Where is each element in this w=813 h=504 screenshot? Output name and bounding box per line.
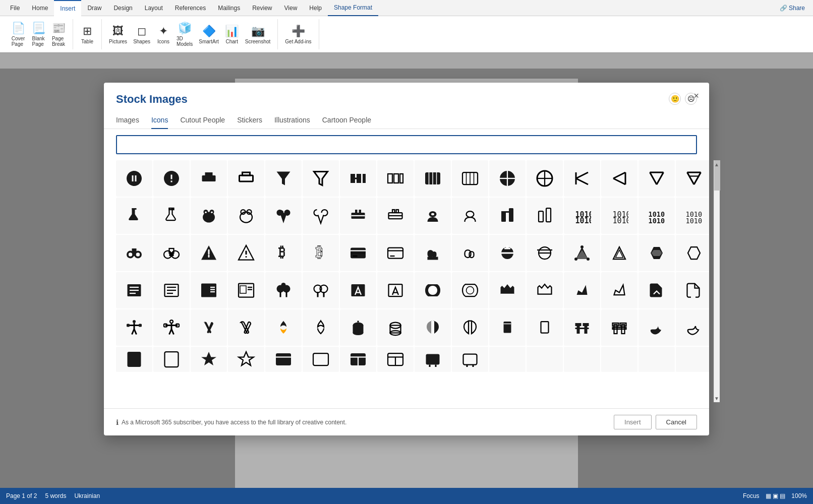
list-item[interactable] [116,272,152,308]
list-item[interactable] [228,235,264,271]
list-item[interactable] [415,347,451,372]
list-item[interactable] [191,347,227,372]
list-item[interactable] [638,235,675,271]
list-item[interactable] [303,160,339,197]
list-item[interactable] [489,198,526,234]
smartart-btn[interactable]: 🔷 SmartArt [196,23,221,46]
modal-close-button[interactable]: × [689,89,703,103]
shapes-btn[interactable]: ◻ Shapes [130,23,153,46]
list-item[interactable] [452,309,488,346]
list-item[interactable]: ₿ [265,235,302,271]
list-item[interactable] [676,160,709,197]
list-item[interactable] [377,272,414,308]
list-item[interactable] [116,347,152,372]
getaddins-btn[interactable]: ➕ Get Add-ins [282,23,314,46]
list-item[interactable] [303,272,339,308]
list-item[interactable]: 10101010 [638,198,675,234]
list-item[interactable] [489,160,526,197]
tab-illustrations[interactable]: Illustrations [274,112,310,129]
list-item[interactable] [265,309,302,346]
list-item[interactable] [415,198,451,234]
list-item[interactable] [676,235,709,271]
tab-view[interactable]: View [278,0,304,16]
list-item[interactable] [228,309,264,346]
tab-home[interactable]: Home [26,0,54,16]
list-item[interactable] [564,160,600,197]
list-item[interactable] [452,235,488,271]
list-item[interactable] [303,198,339,234]
list-item[interactable] [601,235,637,271]
page-break-btn[interactable]: 📰 PageBreak [48,20,69,49]
list-item[interactable] [527,235,563,271]
smiley-happy-icon[interactable]: 🙂 [669,93,681,105]
list-item[interactable]: ₿ [303,235,339,271]
tab-layout[interactable]: Layout [139,0,169,16]
list-item[interactable] [489,235,526,271]
list-item[interactable] [676,272,709,308]
list-item[interactable] [377,198,414,234]
list-item[interactable] [303,309,339,346]
blank-page-btn[interactable]: 📃 BlankPage [28,20,48,49]
list-item[interactable] [153,160,190,197]
list-item[interactable] [153,309,190,346]
tab-icons[interactable]: Icons [151,112,168,129]
list-item[interactable] [638,347,675,372]
list-item[interactable] [564,235,600,271]
list-item[interactable] [191,198,227,234]
tab-shape-format[interactable]: Shape Format [328,0,378,16]
list-item[interactable] [228,272,264,308]
list-item[interactable] [340,272,376,308]
list-item[interactable]: 10101010 [601,198,637,234]
list-item[interactable] [153,347,190,372]
list-item[interactable] [601,347,637,372]
list-item[interactable] [340,198,376,234]
list-item[interactable] [228,198,264,234]
list-item[interactable] [191,272,227,308]
list-item[interactable] [452,160,488,197]
list-item[interactable] [564,272,600,308]
list-item[interactable] [153,235,190,271]
list-item[interactable]: 10101010 [676,198,709,234]
list-item[interactable] [377,347,414,372]
tab-cutout-people[interactable]: Cutout People [180,112,225,129]
list-item[interactable] [415,272,451,308]
list-item[interactable] [116,160,152,197]
list-item[interactable] [191,160,227,197]
list-item[interactable] [527,160,563,197]
tab-draw[interactable]: Draw [81,0,107,16]
icons-btn[interactable]: ✦ Icons [153,23,173,46]
list-item[interactable] [116,235,152,271]
tab-cartoon-people[interactable]: Cartoon People [322,112,371,129]
list-item[interactable] [377,309,414,346]
list-item[interactable] [377,235,414,271]
list-item[interactable] [377,160,414,197]
cover-page-btn[interactable]: 📄 CoverPage [8,20,28,49]
list-item[interactable] [340,347,376,372]
list-item[interactable] [676,347,709,372]
list-item[interactable] [191,309,227,346]
scroll-up-arrow[interactable]: ▲ [714,160,720,168]
tab-help[interactable]: Help [303,0,328,16]
list-item[interactable] [415,160,451,197]
list-item[interactable] [265,198,302,234]
tab-insert[interactable]: Insert [54,0,81,16]
tab-images[interactable]: Images [116,112,139,129]
pictures-btn[interactable]: 🖼 Pictures [106,23,130,46]
view-mode-buttons[interactable]: ▦ ▣ ▤ [766,492,786,499]
list-item[interactable] [564,347,600,372]
list-item[interactable] [415,309,451,346]
list-item[interactable] [265,160,302,197]
list-item[interactable] [638,160,675,197]
list-item[interactable] [601,309,637,346]
tab-file[interactable]: File [4,0,26,16]
list-item[interactable] [153,198,190,234]
list-item[interactable] [340,160,376,197]
list-item[interactable] [265,347,302,372]
list-item[interactable] [153,272,190,308]
list-item[interactable] [191,235,227,271]
list-item[interactable] [527,272,563,308]
tab-references[interactable]: References [169,0,212,16]
list-item[interactable] [265,272,302,308]
list-item[interactable] [415,235,451,271]
share-button[interactable]: 🔗 Share [776,5,809,12]
